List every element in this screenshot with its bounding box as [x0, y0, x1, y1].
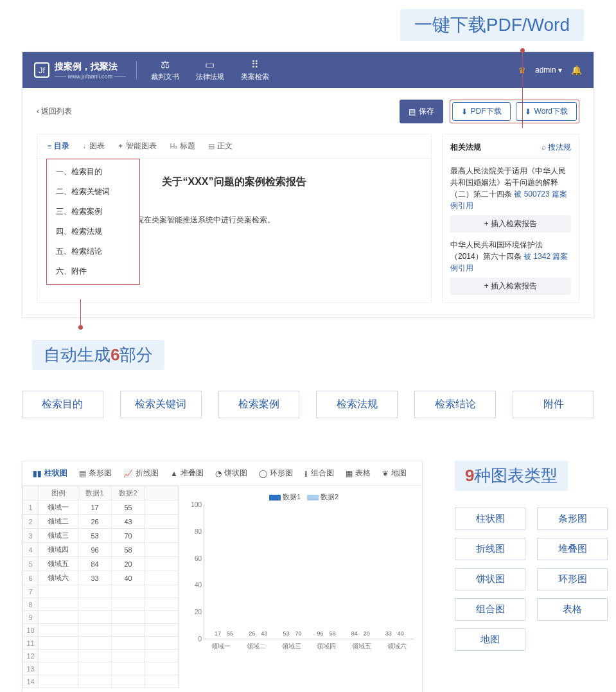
- search-laws-link[interactable]: ⌕ 搜法规: [541, 142, 571, 153]
- bar-label: 96: [317, 630, 324, 637]
- list-icon: ≡: [48, 143, 51, 150]
- outline-item[interactable]: 六、附件: [47, 262, 139, 281]
- nav-label: 法律法规: [196, 72, 224, 82]
- cell[interactable]: [39, 598, 78, 611]
- cell[interactable]: 领域三: [39, 529, 78, 543]
- chart-type-tab[interactable]: ❦地图: [382, 468, 407, 479]
- cell[interactable]: [112, 675, 145, 688]
- chart-type-tab[interactable]: ◔饼状图: [215, 468, 247, 479]
- cell[interactable]: [78, 611, 112, 624]
- cell[interactable]: [145, 529, 179, 543]
- cell[interactable]: 96: [78, 543, 112, 557]
- cell[interactable]: 26: [78, 515, 112, 529]
- nav-laws[interactable]: ▭ 法律法规: [196, 58, 224, 82]
- row-number: 2: [23, 515, 39, 529]
- cell[interactable]: [112, 650, 145, 662]
- cell[interactable]: [112, 611, 145, 624]
- tab-heading[interactable]: H₁标题: [170, 141, 195, 152]
- cell[interactable]: [145, 543, 179, 557]
- cell[interactable]: [112, 585, 145, 598]
- cell[interactable]: [39, 650, 78, 662]
- chart-type-tab[interactable]: ▤条形图: [79, 468, 112, 479]
- pdf-download-button[interactable]: ⬇ PDF下载: [452, 102, 511, 121]
- cell[interactable]: [145, 571, 179, 585]
- cell[interactable]: [145, 650, 179, 662]
- cell[interactable]: 84: [78, 557, 112, 571]
- cell[interactable]: [145, 624, 179, 637]
- cell[interactable]: [39, 624, 78, 637]
- chart-type-tab[interactable]: ▲堆叠图: [170, 468, 204, 479]
- word-download-button[interactable]: ⬇ Word下载: [516, 102, 577, 121]
- outline-item[interactable]: 五、检索结论: [47, 242, 139, 262]
- cell[interactable]: 33: [78, 571, 112, 585]
- cell[interactable]: 58: [112, 543, 145, 557]
- six-parts-row: 检索目的检索关键词检索案例检索法规检索结论附件: [22, 391, 594, 418]
- cell[interactable]: [78, 637, 112, 650]
- cell[interactable]: 领域一: [39, 501, 78, 515]
- cell[interactable]: [145, 585, 179, 598]
- cell[interactable]: [78, 624, 112, 637]
- cell[interactable]: 领域二: [39, 515, 78, 529]
- cell[interactable]: 55: [112, 501, 145, 515]
- cell[interactable]: 领域五: [39, 557, 78, 571]
- outline-item[interactable]: 一、检索目的: [47, 162, 139, 182]
- cell[interactable]: 领域六: [39, 571, 78, 585]
- tab-label: 正文: [217, 141, 233, 152]
- outline-item[interactable]: 二、检索关键词: [47, 182, 139, 202]
- nav-similar[interactable]: ⠿ 类案检索: [241, 58, 269, 82]
- chart-type-tab[interactable]: 📈折线图: [123, 468, 159, 479]
- cell[interactable]: [39, 637, 78, 650]
- chart-type-tab[interactable]: ⫿组合图: [304, 468, 334, 479]
- cell[interactable]: 53: [78, 529, 112, 543]
- tab-smart-chart[interactable]: ✦智能图表: [118, 141, 157, 152]
- cell[interactable]: [145, 598, 179, 611]
- tab-outline[interactable]: ≡目录: [48, 141, 69, 152]
- cell[interactable]: [112, 624, 145, 637]
- cell[interactable]: [78, 650, 112, 662]
- cell[interactable]: 领域四: [39, 543, 78, 557]
- cell[interactable]: [112, 598, 145, 611]
- user-menu[interactable]: admin ▾: [535, 66, 562, 75]
- chart-type-label: 折线图: [136, 468, 159, 479]
- insert-report-button[interactable]: + 插入检索报告: [450, 278, 571, 295]
- bell-icon[interactable]: 🔔: [571, 65, 582, 75]
- cell[interactable]: 40: [112, 571, 145, 585]
- back-link[interactable]: 返回列表: [37, 106, 72, 117]
- tab-chart[interactable]: ⬪图表: [82, 141, 105, 152]
- tab-body[interactable]: ▤正文: [208, 141, 233, 152]
- cell[interactable]: [145, 515, 179, 529]
- cell[interactable]: [39, 675, 78, 688]
- cell[interactable]: [145, 557, 179, 571]
- insert-report-button[interactable]: + 插入检索报告: [450, 215, 571, 233]
- cell[interactable]: [145, 662, 179, 675]
- cell[interactable]: [78, 675, 112, 688]
- data-sheet[interactable]: 图例数据1数据21领域一17552领域二26433领域三53704领域四9658…: [22, 486, 179, 688]
- cell[interactable]: [112, 637, 145, 650]
- chart-type-tab[interactable]: ▮▮柱状图: [33, 468, 67, 479]
- chart-type-tab[interactable]: ▦表格: [346, 468, 371, 479]
- cell[interactable]: 20: [112, 557, 145, 571]
- cell[interactable]: [145, 501, 179, 515]
- cell[interactable]: [39, 611, 78, 624]
- app-logo[interactable]: Jf 搜案例，找聚法 —— www.jufaanli.com ——: [34, 61, 137, 80]
- outline-item[interactable]: 三、检索案例: [47, 202, 139, 222]
- cell[interactable]: 70: [112, 529, 145, 543]
- cell[interactable]: [78, 598, 112, 611]
- outline-item[interactable]: 四、检索法规: [47, 222, 139, 242]
- tab-label: 目录: [54, 141, 69, 152]
- cell[interactable]: [78, 585, 112, 598]
- chart-type-tab[interactable]: ◯环形图: [259, 468, 293, 479]
- callout-number: 9: [465, 466, 474, 485]
- cell[interactable]: 43: [112, 515, 145, 529]
- cell[interactable]: [112, 662, 145, 675]
- cell[interactable]: [39, 585, 78, 598]
- nav-judgments[interactable]: ⚖ 裁判文书: [151, 58, 179, 82]
- cell[interactable]: [145, 675, 179, 688]
- cell[interactable]: [78, 662, 112, 675]
- cell[interactable]: 17: [78, 501, 112, 515]
- cell[interactable]: [39, 662, 78, 675]
- cell[interactable]: [145, 611, 179, 624]
- cell[interactable]: [145, 637, 179, 650]
- grid-icon: ⠿: [249, 58, 261, 70]
- save-button[interactable]: ▤ 保存: [400, 100, 443, 123]
